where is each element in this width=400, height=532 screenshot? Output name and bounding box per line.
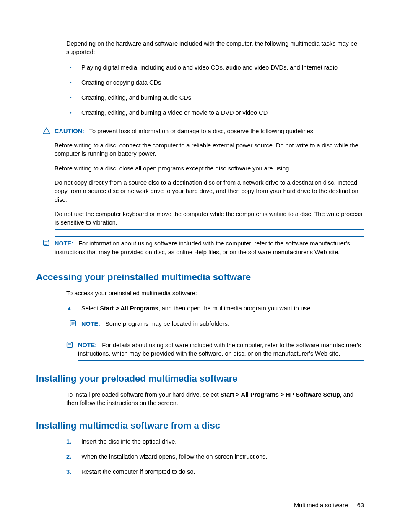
note-callout: NOTE: For details about using software i… bbox=[78, 338, 364, 361]
procedure-step: ▲ Select Start > All Programs, and then … bbox=[66, 304, 364, 312]
list-item: 1.Insert the disc into the optical drive… bbox=[66, 437, 364, 446]
step-number: 1. bbox=[66, 437, 71, 446]
heading-accessing: Accessing your preinstalled multimedia s… bbox=[36, 271, 364, 284]
list-item: 2.When the installation wizard opens, fo… bbox=[66, 452, 364, 461]
page-footer: Multimedia software 63 bbox=[294, 501, 364, 509]
note-label: NOTE: bbox=[78, 342, 97, 349]
caution-para: Do not use the computer keyboard or move… bbox=[55, 210, 364, 227]
section-body: To install preloaded software from your … bbox=[66, 390, 364, 408]
ui-path: Start > All Programs bbox=[100, 305, 158, 312]
note-callout: NOTE: Some programs may be located in su… bbox=[81, 317, 364, 331]
install-steps: 1.Insert the disc into the optical drive… bbox=[66, 437, 364, 476]
note-paragraph: NOTE: For information about using softwa… bbox=[55, 239, 364, 256]
note-text: Some programs may be located in subfolde… bbox=[105, 320, 229, 327]
caution-para: Do not copy directly from a source disc … bbox=[55, 178, 364, 204]
intro-block: Depending on the hardware and software i… bbox=[66, 39, 364, 117]
list-item: Creating, editing, and burning a video o… bbox=[66, 108, 364, 117]
note-icon bbox=[66, 341, 74, 348]
list-item: 3.Restart the computer if prompted to do… bbox=[66, 467, 364, 476]
step-text: Select Start > All Programs, and then op… bbox=[81, 305, 312, 312]
note-label: NOTE: bbox=[55, 240, 73, 247]
note-paragraph: NOTE: Some programs may be located in su… bbox=[81, 320, 364, 328]
step-number: 3. bbox=[66, 467, 71, 476]
list-item: Creating or copying data CDs bbox=[66, 78, 364, 87]
section-paragraph: To install preloaded software from your … bbox=[66, 390, 364, 408]
list-item: Playing digital media, including audio a… bbox=[66, 63, 364, 72]
document-page: Depending on the hardware and software i… bbox=[0, 0, 400, 532]
note-text: For details about using software include… bbox=[78, 342, 361, 357]
caution-label: CAUTION: bbox=[55, 128, 84, 134]
section-body: To access your preinstalled multimedia s… bbox=[66, 289, 364, 331]
caution-callout: CAUTION: To prevent loss of information … bbox=[55, 124, 364, 230]
ui-path: Start > All Programs > HP Software Setup bbox=[221, 391, 340, 398]
section-intro: To access your preinstalled multimedia s… bbox=[66, 289, 364, 297]
footer-title: Multimedia software bbox=[294, 502, 348, 509]
note-paragraph: NOTE: For details about using software i… bbox=[78, 341, 364, 358]
note-icon bbox=[43, 240, 50, 246]
caution-lead-text: To prevent loss of information or damage… bbox=[89, 128, 315, 134]
note-text: For information about using software inc… bbox=[55, 240, 350, 255]
note-icon bbox=[70, 320, 77, 327]
heading-installing-preloaded: Installing your preloaded multimedia sof… bbox=[36, 372, 364, 385]
task-list: Playing digital media, including audio a… bbox=[66, 63, 364, 117]
caution-lead: CAUTION: To prevent loss of information … bbox=[55, 127, 364, 135]
note-callout: NOTE: For information about using softwa… bbox=[55, 236, 364, 259]
list-item: Creating, editing, and burning audio CDs bbox=[66, 93, 364, 102]
heading-installing-disc: Installing multimedia software from a di… bbox=[36, 419, 364, 432]
step-number: 2. bbox=[66, 452, 71, 461]
caution-para: Before writing to a disc, close all open… bbox=[55, 164, 364, 173]
section-body: 1.Insert the disc into the optical drive… bbox=[66, 437, 364, 476]
note-label: NOTE: bbox=[81, 320, 100, 327]
page-number: 63 bbox=[357, 502, 364, 509]
intro-paragraph: Depending on the hardware and software i… bbox=[66, 39, 364, 57]
step-marker-icon: ▲ bbox=[66, 304, 72, 312]
caution-para: Before writing to a disc, connect the co… bbox=[55, 141, 364, 158]
caution-icon bbox=[43, 127, 50, 134]
